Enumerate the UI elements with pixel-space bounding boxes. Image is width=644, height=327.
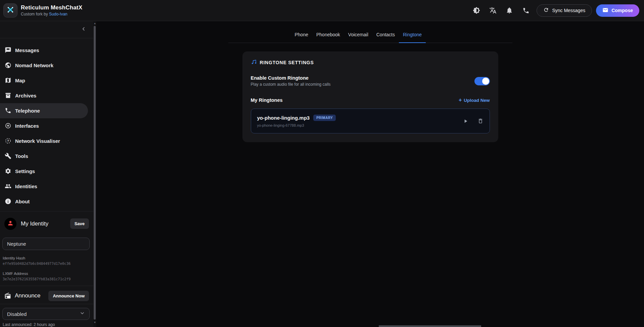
top-bar: Reticulum MeshChatX Custom fork by Sudo-…	[0, 0, 644, 21]
scrollbar-up-arrow[interactable]: ▲	[93, 22, 96, 25]
translate-icon[interactable]	[489, 6, 497, 14]
announce-row: Announce Announce Now	[0, 290, 93, 302]
card-header: RINGTONE SETTINGS	[251, 59, 490, 66]
enable-custom-ringtone-label: Enable Custom Ringtone	[251, 75, 331, 81]
upload-new-button[interactable]: + Upload New	[459, 97, 490, 103]
tab-voicemail[interactable]: Voicemail	[344, 32, 372, 43]
announce-now-button[interactable]: Announce Now	[48, 291, 89, 301]
announce-interval-value: Disabled	[7, 311, 80, 317]
music-note-icon	[251, 59, 257, 66]
sidebar-item-archives[interactable]: Archives	[0, 88, 93, 103]
refresh-icon	[543, 7, 549, 14]
collapse-chevron-left-icon[interactable]	[81, 27, 86, 33]
telephone-tabs: Phone Phonebook Voicemail Contacts Ringt…	[228, 21, 512, 43]
radio-icon	[4, 292, 11, 299]
tab-phone[interactable]: Phone	[291, 32, 312, 43]
plus-icon: +	[459, 97, 462, 103]
sync-messages-label: Sync Messages	[552, 8, 585, 13]
sidebar: Messages Nomad Network Map	[0, 21, 93, 327]
my-identity-row: My Identity Save	[0, 217, 93, 230]
sidebar-item-label: Nomad Network	[15, 63, 53, 68]
play-icon[interactable]	[463, 118, 468, 124]
identity-name-input[interactable]	[2, 238, 90, 250]
sidebar-item-settings[interactable]: Settings	[0, 164, 93, 179]
app-window: Reticulum MeshChatX Custom fork by Sudo-…	[0, 0, 644, 327]
sidebar-item-label: Interfaces	[15, 123, 39, 129]
trash-icon[interactable]	[477, 118, 484, 124]
tab-ringtone[interactable]: Ringtone	[399, 32, 426, 43]
info-icon	[5, 198, 11, 205]
phone-icon[interactable]	[522, 6, 530, 14]
lxmf-address-value: 3e7e2e37621635587fb83a381c71c2f9	[3, 277, 91, 281]
sidebar-item-network-visualiser[interactable]: ? Network Visualiser	[0, 133, 93, 149]
identity-hash-label: Identity Hash	[3, 256, 91, 260]
chat-icon	[5, 47, 11, 53]
sidebar-item-telephone[interactable]: Telephone	[0, 103, 88, 118]
app-title: Reticulum MeshChatX	[21, 4, 82, 11]
sidebar-divider	[0, 304, 93, 304]
ringtone-item-texts: yo-phone-linging.mp3 PRIMARY yo-phone-li…	[257, 115, 336, 127]
sync-messages-button[interactable]: Sync Messages	[537, 4, 592, 17]
wrench-icon	[5, 153, 11, 159]
theme-brightness-icon[interactable]	[472, 6, 480, 14]
my-ringtones-row: My Ringtones + Upload New	[251, 97, 490, 103]
notifications-bell-icon[interactable]	[505, 6, 513, 14]
my-ringtones-title: My Ringtones	[251, 97, 283, 103]
app-subtitle: Custom fork by Sudo-Ivan	[21, 12, 82, 16]
phone-icon	[5, 107, 11, 114]
subtitle-prefix: Custom fork by	[21, 12, 48, 16]
sidebar-item-messages[interactable]: Messages	[0, 43, 93, 58]
globe-icon	[5, 62, 11, 69]
sidebar-divider	[0, 211, 93, 211]
toggle-knob	[482, 78, 489, 85]
sidebar-item-label: Map	[15, 78, 25, 83]
app-titles: Reticulum MeshChatX Custom fork by Sudo-…	[21, 4, 82, 16]
last-announced-text: Last announced: 2 hours ago	[3, 322, 91, 327]
main-content: Phone Phonebook Voicemail Contacts Ringt…	[96, 21, 644, 327]
ringtone-list-item[interactable]: yo-phone-linging.mp3 PRIMARY yo-phone-li…	[251, 109, 490, 133]
announce-interval-select[interactable]: Disabled	[2, 308, 90, 320]
sidebar-item-nomad-network[interactable]: Nomad Network	[0, 58, 93, 73]
person-icon	[7, 220, 14, 228]
ringtone-settings-card: RINGTONE SETTINGS Enable Custom Ringtone…	[242, 51, 498, 142]
upload-new-label: Upload New	[464, 98, 490, 103]
envelope-icon	[602, 7, 608, 14]
sidebar-item-map[interactable]: Map	[0, 73, 93, 88]
scrollbar-down-arrow[interactable]: ▼	[93, 321, 96, 324]
sidebar-item-label: Tools	[15, 153, 28, 159]
top-bar-actions: Sync Messages Compose	[472, 4, 639, 17]
save-button[interactable]: Save	[70, 218, 89, 229]
enable-custom-ringtone-toggle[interactable]	[474, 77, 490, 85]
lxmf-address-label: LXMF Address	[3, 272, 91, 276]
card-title: RINGTONE SETTINGS	[260, 60, 314, 65]
sidebar-divider	[0, 286, 93, 286]
mesh-x-logo-icon	[6, 6, 14, 15]
sidebar-item-interfaces[interactable]: Interfaces	[0, 118, 93, 133]
sidebar-item-tools[interactable]: Tools	[0, 149, 93, 164]
identity-hash-block: Identity Hash effe95b0482d7b6c04844977d1…	[3, 256, 91, 265]
ringtone-name: yo-phone-linging.mp3	[257, 115, 310, 121]
app-logo[interactable]	[3, 3, 17, 17]
announce-label: Announce	[15, 292, 45, 299]
avatar	[4, 218, 16, 230]
identity-hash-value: effe95b0482d7b6c04844977d17e0c36	[3, 261, 91, 265]
sidebar-item-label: Settings	[15, 168, 35, 174]
ringtone-filename: yo-phone-linging-67788.mp3	[257, 123, 336, 127]
compose-label: Compose	[611, 8, 633, 13]
tab-contacts[interactable]: Contacts	[372, 32, 399, 43]
tab-phonebook[interactable]: Phonebook	[312, 32, 344, 43]
scrollbar-thumb[interactable]	[94, 26, 96, 320]
sidebar-collapse-row	[0, 21, 93, 38]
sidebar-item-label: Telephone	[15, 108, 40, 114]
hub-icon	[5, 122, 11, 129]
sidebar-item-identities[interactable]: Identities	[0, 179, 93, 194]
primary-badge: PRIMARY	[313, 115, 336, 121]
sidebar-item-label: About	[15, 199, 30, 204]
compose-button[interactable]: Compose	[596, 4, 639, 17]
lxmf-address-block: LXMF Address 3e7e2e37621635587fb83a381c7…	[3, 272, 91, 281]
fork-author-link[interactable]: Sudo-Ivan	[49, 12, 67, 16]
sidebar-item-about[interactable]: About	[0, 194, 93, 209]
sidebar-scrollbar[interactable]: ▲ ▼	[93, 21, 96, 327]
enable-custom-ringtone-row: Enable Custom Ringtone Play a custom aud…	[251, 75, 490, 87]
horizontal-scrollbar-thumb[interactable]	[379, 325, 481, 327]
